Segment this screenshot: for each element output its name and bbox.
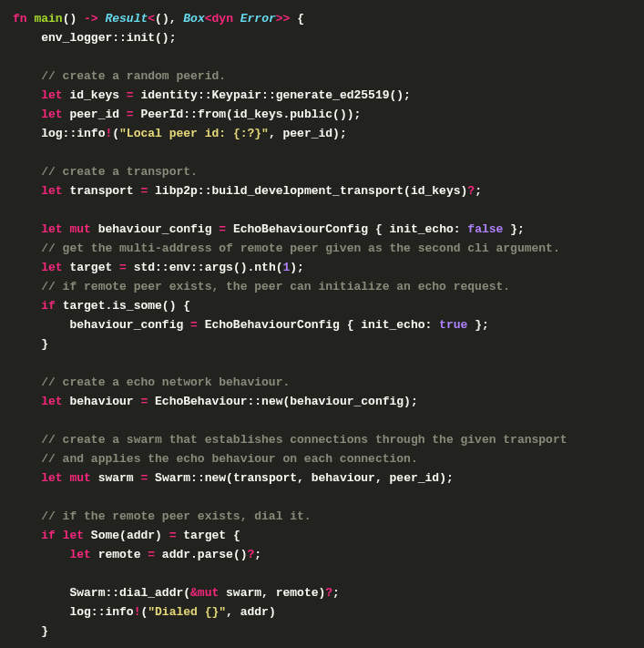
code-line: fn main() -> Result<(), Box<dyn Error>> … [13,9,631,28]
punct: } [41,624,48,638]
op: = [127,88,134,102]
code-line: let mut swarm = Swarm::new(transport, be… [13,468,631,488]
code-line: if target.is_some() { [13,296,631,315]
indent [13,31,41,45]
ident: behaviour_config [98,222,220,236]
code-line: // create a transport. [13,162,631,181]
ident: , addr) [226,605,276,619]
keyword: let [41,184,62,198]
punct: () [63,12,84,26]
op: = [119,261,127,274]
indent [13,242,41,255]
indent [13,395,41,408]
keyword: let [41,108,62,121]
ident: libp2p::build_development_transport(id_k… [148,184,467,198]
code-line: env_logger::init(); [13,28,631,47]
ident: peer_id [69,108,126,121]
punct: }; [467,318,488,332]
ident: Some [91,529,119,542]
ident: transport [69,184,140,198]
blank-line [13,143,631,162]
ident: env_logger::init(); [41,31,176,45]
ident: id_keys [69,88,126,102]
op: -> [84,12,98,26]
code-line: // create a swarm that establishes conne… [13,430,631,449]
ident: swarm, remote) [219,586,325,600]
indent [13,108,41,121]
ident: target [69,261,119,274]
code-line: let target = std::env::args().nth(1); [13,258,631,277]
indent [13,586,69,600]
blank-line [13,201,631,220]
indent [13,605,69,619]
blank-line [13,47,631,67]
indent [13,299,41,313]
ident: target.is_some() { [56,299,190,313]
bool: true [439,318,467,332]
ident: , peer_id); [269,127,347,140]
code-line: let mut behaviour_config = EchoBehaviour… [13,220,631,239]
op: = [169,529,177,542]
code-line: let behaviour = EchoBehaviour::new(behav… [13,392,631,411]
comment: // create a transport. [41,165,198,179]
keyword: if [41,299,56,313]
code-line: let id_keys = identity::Keypair::generat… [13,86,631,105]
keyword: let [69,548,90,561]
keyword: let [41,471,62,485]
ident: swarm [98,471,141,485]
code-line: // create a random peerid. [13,67,631,86]
indent [13,88,41,102]
ident: behaviour [69,395,140,408]
code-line: // create a echo network behaviour. [13,373,631,392]
code-line: let transport = libp2p::build_developmen… [13,181,631,201]
code-line: } [13,622,631,641]
punct: ; [254,548,261,561]
op: < [205,12,212,26]
punct: ; [332,586,340,600]
code-line: // if remote peer exists, the peer can i… [13,277,631,296]
keyword: let [41,261,62,274]
punct: ); [290,261,304,274]
indent [13,509,41,523]
keyword: mut [198,586,219,600]
code-block: fn main() -> Result<(), Box<dyn Error>> … [13,9,631,641]
ident: target { [177,529,240,542]
indent [13,548,69,561]
op: = [190,318,198,332]
ident: remote [98,548,148,561]
indent [13,165,41,179]
comment: // and applies the echo behaviour on eac… [41,452,417,466]
indent [13,529,41,542]
comment: // create a random peerid. [41,69,226,83]
indent [13,452,41,466]
code-line: } [13,334,631,354]
comment: // if the remote peer exists, dial it. [41,509,311,523]
ident: log::info [69,605,133,619]
indent [13,375,41,389]
code-line: // get the multi-address of remote peer … [13,239,631,258]
indent [13,184,41,198]
op: ? [325,586,332,600]
ident: log::info [41,127,105,140]
space [91,548,98,561]
punct: } [41,337,48,351]
ident: addr.parse() [155,548,247,561]
indent [13,471,41,485]
op: = [219,222,226,236]
comment: // create a echo network behaviour. [41,375,290,389]
ident: std::env::args().nth( [127,261,283,274]
space [91,471,98,485]
space [84,529,91,542]
punct: (), [155,12,183,26]
indent [13,318,69,332]
op: = [148,548,155,561]
keyword: if [41,529,56,542]
code-line: let peer_id = PeerId::from(id_keys.publi… [13,105,631,124]
punct: ( [112,127,119,140]
indent [13,337,41,351]
blank-line [13,564,631,583]
code-line: if let Some(addr) = target { [13,526,631,545]
punct: { [290,12,304,26]
space [91,222,98,236]
keyword: fn [13,12,27,26]
